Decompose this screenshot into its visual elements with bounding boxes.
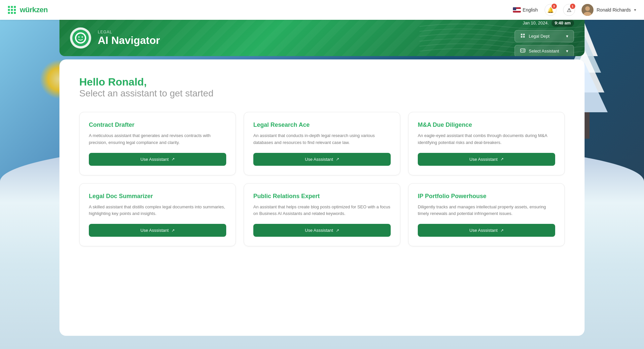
svg-rect-12 [521, 34, 522, 35]
navbar-right: English 🔔 3 ⚠ 1 Ronald Richards ▾ [513, 4, 636, 16]
banner-title-group: LEGAL AI Navigator [98, 30, 160, 47]
use-assistant-button-legal-doc-summarizer[interactable]: Use Asssistant ↗ [89, 224, 226, 237]
notifications-button[interactable]: 🔔 3 [545, 4, 556, 16]
svg-point-11 [82, 36, 83, 38]
language-text: English [523, 7, 538, 13]
assistant-card-legal-doc-summarizer: Legal Doc Summarizer A skilled assistant… [79, 183, 236, 247]
apps-grid-icon[interactable] [8, 6, 16, 14]
dept-dropdown-label: Legal Dept [529, 34, 550, 39]
svg-rect-15 [523, 36, 525, 38]
use-assistant-label-legal-doc-summarizer: Use Asssistant [140, 228, 168, 233]
user-name: Ronald Richards [597, 7, 631, 13]
notifications-badge: 3 [552, 4, 557, 9]
header-banner: LEGAL AI Navigator Jan 10, 2024. 9:40 am… [59, 20, 585, 56]
use-assistant-label-contract-drafter: Use Asssistant [140, 157, 168, 162]
assistant-icon [520, 48, 525, 54]
dept-icon [520, 33, 525, 39]
use-assistant-button-contract-drafter[interactable]: Use Asssistant ↗ [89, 153, 226, 166]
svg-point-17 [521, 50, 522, 51]
card-title-legal-doc-summarizer: Legal Doc Summarizer [89, 193, 226, 200]
card-desc-contract-drafter: A meticulous assistant that generates an… [89, 132, 226, 146]
logo: würkzen [20, 6, 48, 14]
assistant-card-legal-research-ace: Legal Research Ace An assistant that con… [244, 112, 400, 175]
select-assistant-dropdown[interactable]: Select Assistant ▾ [515, 45, 574, 56]
card-desc-legal-doc-summarizer: A skilled assistant that distills comple… [89, 204, 226, 218]
assistant-card-ma-due-diligence: M&A Due Diligence An eagle-eyed assistan… [408, 112, 565, 175]
card-title-ma-due-diligence: M&A Due Diligence [418, 122, 555, 128]
external-link-icon-ma-due-diligence: ↗ [500, 157, 504, 161]
language-selector[interactable]: English [513, 7, 538, 13]
alerts-button[interactable]: ⚠ 1 [563, 4, 575, 16]
user-profile[interactable]: Ronald Richards ▾ [582, 4, 636, 16]
assistant-card-ip-portfolio-powerhouse: IP Portfolio Powerhouse Diligently track… [408, 183, 565, 247]
svg-rect-14 [521, 36, 522, 38]
svg-rect-13 [523, 34, 525, 35]
avatar [582, 4, 593, 16]
card-desc-public-relations-expert: An assistant that helps create blog post… [253, 204, 391, 218]
navbar-left: würkzen [8, 6, 48, 14]
use-assistant-label-public-relations-expert: Use Asssistant [305, 228, 333, 233]
use-assistant-button-legal-research-ace[interactable]: Use Asssistant ↗ [253, 153, 391, 166]
svg-point-9 [76, 34, 85, 42]
card-title-public-relations-expert: Public Relations Expert [253, 193, 391, 200]
card-title-ip-portfolio-powerhouse: IP Portfolio Powerhouse [418, 193, 555, 200]
banner-left: LEGAL AI Navigator [70, 27, 160, 49]
navbar: würkzen English 🔔 3 ⚠ 1 Ronald Richards [0, 0, 644, 20]
assistants-grid: Contract Drafter A meticulous assistant … [79, 112, 565, 246]
assistant-chevron-icon: ▾ [566, 49, 568, 53]
banner-time: 9:40 am [552, 20, 574, 27]
card-desc-legal-research-ace: An assistant that conducts in-depth lega… [253, 132, 391, 146]
greeting-subtitle: Select an assistant to get started [79, 88, 565, 99]
banner-logo-circle [70, 27, 91, 49]
greeting-section: Hello Ronald, Select an assistant to get… [79, 76, 565, 99]
banner-label: LEGAL [98, 30, 160, 34]
external-link-icon-ip-portfolio-powerhouse: ↗ [500, 228, 504, 233]
banner-logo [72, 30, 89, 46]
select-assistant-label: Select Assistant [529, 49, 559, 53]
use-assistant-label-ip-portfolio-powerhouse: Use Asssistant [469, 228, 497, 233]
svg-point-6 [585, 6, 590, 11]
flag-icon [513, 7, 521, 13]
dept-dropdown[interactable]: Legal Dept ▾ [515, 30, 574, 42]
external-link-icon-legal-doc-summarizer: ↗ [171, 228, 175, 233]
external-link-icon-legal-research-ace: ↗ [336, 157, 339, 161]
user-menu-chevron-icon: ▾ [634, 8, 636, 12]
dept-chevron-icon: ▾ [566, 34, 568, 39]
banner-date: Jan 10, 2024. [523, 20, 549, 25]
use-assistant-button-ip-portfolio-powerhouse[interactable]: Use Asssistant ↗ [418, 224, 555, 237]
use-assistant-button-public-relations-expert[interactable]: Use Asssistant ↗ [253, 224, 391, 237]
main-card: Hello Ronald, Select an assistant to get… [59, 59, 585, 336]
assistant-card-public-relations-expert: Public Relations Expert An assistant tha… [244, 183, 400, 247]
card-title-legal-research-ace: Legal Research Ace [253, 122, 391, 128]
card-desc-ip-portfolio-powerhouse: Diligently tracks and manages intellectu… [418, 204, 555, 218]
banner-dropdowns: Legal Dept ▾ Select Assistant ▾ [515, 30, 574, 56]
card-title-contract-drafter: Contract Drafter [89, 122, 226, 128]
banner-datetime: Jan 10, 2024. 9:40 am [523, 20, 574, 27]
use-assistant-button-ma-due-diligence[interactable]: Use Asssistant ↗ [418, 153, 555, 166]
use-assistant-label-ma-due-diligence: Use Asssistant [469, 157, 497, 162]
alerts-badge: 1 [570, 4, 575, 9]
card-desc-ma-due-diligence: An eagle-eyed assistant that combs throu… [418, 132, 555, 146]
use-assistant-label-legal-research-ace: Use Asssistant [305, 157, 333, 162]
banner-title: AI Navigator [98, 34, 160, 47]
banner-right: Jan 10, 2024. 9:40 am Legal Dept ▾ [515, 20, 574, 56]
external-link-icon-contract-drafter: ↗ [171, 157, 175, 161]
external-link-icon-public-relations-expert: ↗ [336, 228, 339, 233]
svg-point-10 [78, 36, 80, 38]
assistant-card-contract-drafter: Contract Drafter A meticulous assistant … [79, 112, 236, 175]
greeting-hello: Hello Ronald, [79, 76, 565, 88]
